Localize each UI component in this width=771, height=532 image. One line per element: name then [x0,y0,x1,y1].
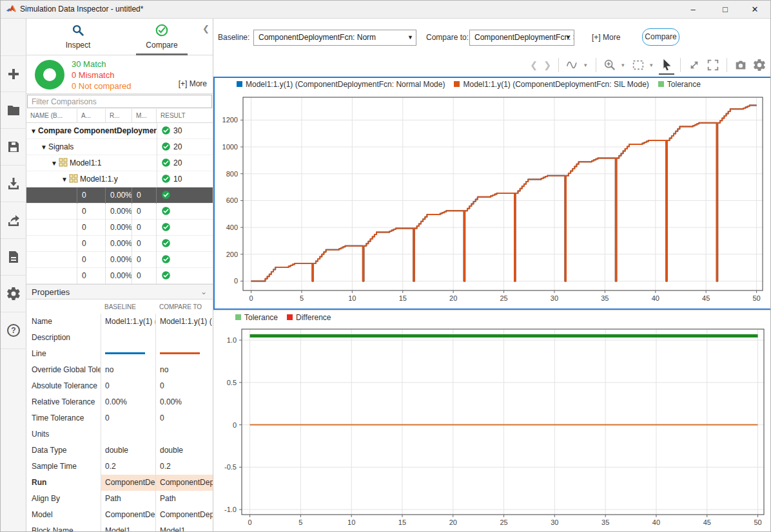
property-row-data-type[interactable]: Data Typedoubledouble [26,442,213,459]
legend-item[interactable]: Tolerance [658,80,701,89]
sidebar-report-button[interactable] [1,239,26,276]
filter-comparisons-input[interactable] [27,95,212,108]
sidebar-preferences-button[interactable] [1,276,26,312]
results-header-3[interactable]: M... [132,109,157,123]
tree-row-3[interactable]: ▼Model1:1.y10 [26,171,213,187]
results-header-1[interactable]: A... [77,109,106,123]
sidebar-save-button[interactable] [1,129,26,166]
dropdown-caret-icon[interactable]: ▾ [621,62,627,68]
sidebar-help-button[interactable]: ? [1,312,26,349]
tab-compare[interactable]: Compare [121,19,203,55]
property-row-align-by[interactable]: Align ByPathPath [26,491,213,507]
svg-text:45: 45 [703,518,711,526]
signal-trace-icon[interactable] [565,58,580,72]
summary-more-link[interactable]: [+] More [179,79,207,88]
property-row-name[interactable]: NameModel1:1.y(1) (Model1:1.y(1) ( [26,314,213,330]
compare-line-swatch [160,352,200,354]
property-row-relative-tolerance[interactable]: Relative Tolerance0.00%0.00% [26,394,213,410]
result-count: 20 [173,142,182,151]
property-row-description[interactable]: Description [26,330,213,346]
expander-arrow-icon[interactable]: ▼ [61,171,69,187]
signal-comparison-row-selected[interactable]: 00.00%0 [26,187,213,204]
abs-tol-cell: 0 [77,236,106,252]
svg-text:400: 400 [226,223,238,231]
properties-header[interactable]: Properties ⌄ [26,284,213,299]
property-label: Units [26,426,101,442]
name-cell [26,252,77,268]
tree-row-2[interactable]: ▼Model1:120 [26,155,213,171]
property-row-sample-time[interactable]: Sample Time0.20.2 [26,459,213,475]
legend-item[interactable]: Difference [287,313,331,322]
chevron-right-icon[interactable]: ❯ [543,60,552,70]
check-icon [161,254,171,263]
tree-row-1[interactable]: ▼Signals20 [26,139,213,155]
sidebar-open-button[interactable] [1,92,26,129]
baseline-value: Model1:1.y(1) ( [101,314,155,330]
legend-item[interactable]: Model1:1.y(1) (ComponentDeploymentFcn: S… [454,80,649,89]
signal-comparison-row[interactable]: 00.00%0 [26,220,213,236]
rel-tol-cell: 0.00% [106,236,132,252]
expander-arrow-icon[interactable]: ▼ [30,123,38,139]
baseline-dropdown[interactable]: ComponentDeploymentFcn: Norm ▼ [253,30,416,46]
results-header-0[interactable]: NAME (B... [26,109,77,123]
expander-arrow-icon[interactable]: ▼ [41,139,48,155]
dropdown-caret-icon[interactable]: ▾ [584,62,589,68]
property-row-line[interactable]: Line [26,346,213,362]
settings-icon[interactable] [752,58,766,72]
maximize-button[interactable]: □ [711,1,739,19]
baseline-value: Model1 [101,523,155,532]
property-row-override-global-tole[interactable]: Override Global Tolenono [26,362,213,378]
compare-to-value [155,330,213,346]
more-options-link[interactable]: [+] More [592,33,620,42]
cursor-icon[interactable] [659,58,674,72]
collapse-panel-chevron-icon[interactable]: ❮ [202,24,210,33]
signal-comparison-row[interactable]: 00.00%0 [26,204,213,220]
svg-text:?: ? [11,326,15,335]
signal-comparison-row[interactable]: 00.00%0 [26,252,213,268]
fit-axes-icon[interactable] [687,58,701,72]
svg-text:50: 50 [754,518,761,526]
signal-comparison-row[interactable]: 00.00%0 [26,268,213,284]
property-label: Absolute Tolerance [26,378,101,394]
results-header-2[interactable]: R... [106,109,132,123]
chevron-left-icon[interactable]: ❮ [529,60,538,70]
legend-item[interactable]: Tolerance [235,313,278,322]
baseline-value [101,346,155,362]
sidebar-import-button[interactable] [1,166,26,202]
zoom-in-icon[interactable] [603,58,617,72]
property-row-block-name[interactable]: Block NameModel1Model1 [26,523,213,532]
snapshot-icon[interactable] [734,58,748,72]
property-row-time-tolerance[interactable]: Time Tolerance00 [26,410,213,426]
compare-check-icon [155,23,169,37]
difference-chart-plot[interactable]: 051015202530354045501.00.50-0.5-1.0 [213,324,771,531]
difference-chart-panel[interactable]: ToleranceDifference 05101520253035404550… [213,311,771,532]
zoom-region-icon[interactable] [631,58,645,72]
comparison-chart-plot[interactable]: 0510152025303540455002004006008001000120… [215,95,770,309]
property-row-absolute-tolerance[interactable]: Absolute Tolerance00 [26,378,213,394]
sidebar-add-button[interactable] [1,55,26,92]
compare-to-dropdown[interactable]: ComponentDeploymentFcn: SIL M ▼ [469,30,574,46]
legend-item[interactable]: Model1:1.y(1) (ComponentDeploymentFcn: N… [237,80,445,89]
signal-comparison-row[interactable]: 00.00%0 [26,236,213,252]
comparison-chart-panel[interactable]: Model1:1.y(1) (ComponentDeploymentFcn: N… [213,77,771,310]
compare-to-value [155,346,213,362]
compare-button[interactable]: Compare [642,28,679,46]
tree-row-label: Compare ComponentDeploymer [38,126,157,135]
name-cell [26,268,77,284]
results-header-4[interactable]: RESULT [157,109,213,123]
property-row-run[interactable]: RunComponentDepComponentDep [26,475,213,491]
dropdown-caret-icon[interactable]: ▾ [650,62,655,68]
expander-arrow-icon[interactable]: ▼ [51,155,59,171]
compare-to-value: 0 [155,410,213,426]
property-label: Name [26,314,101,330]
tree-row-0[interactable]: ▼Compare ComponentDeploymer30 [26,123,213,139]
fullscreen-icon[interactable] [706,58,720,72]
comparison-chart-legend: Model1:1.y(1) (ComponentDeploymentFcn: N… [237,80,710,93]
tab-inspect[interactable]: Inspect [37,19,119,55]
minimize-button[interactable]: – [679,1,707,19]
property-row-units[interactable]: Units [26,426,213,442]
rel-tol-cell: 0.00% [106,220,132,236]
close-button[interactable]: ✕ [741,1,769,19]
property-row-model[interactable]: ModelComponentDepComponentDep [26,507,213,523]
sidebar-export-button[interactable] [1,202,26,239]
